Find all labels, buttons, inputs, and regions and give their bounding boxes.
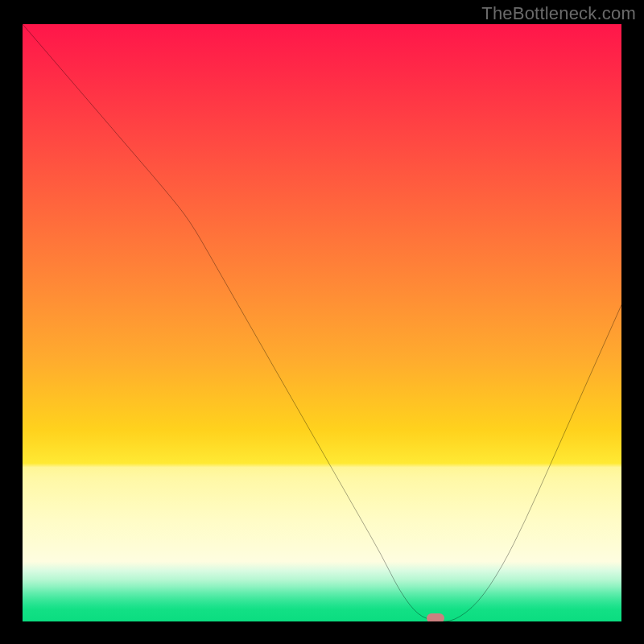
watermark-text: TheBottleneck.com <box>481 3 636 24</box>
bottleneck-curve <box>23 24 621 621</box>
optimal-point-marker <box>427 613 444 621</box>
chart-frame: TheBottleneck.com <box>0 0 644 644</box>
plot-area <box>23 24 621 621</box>
